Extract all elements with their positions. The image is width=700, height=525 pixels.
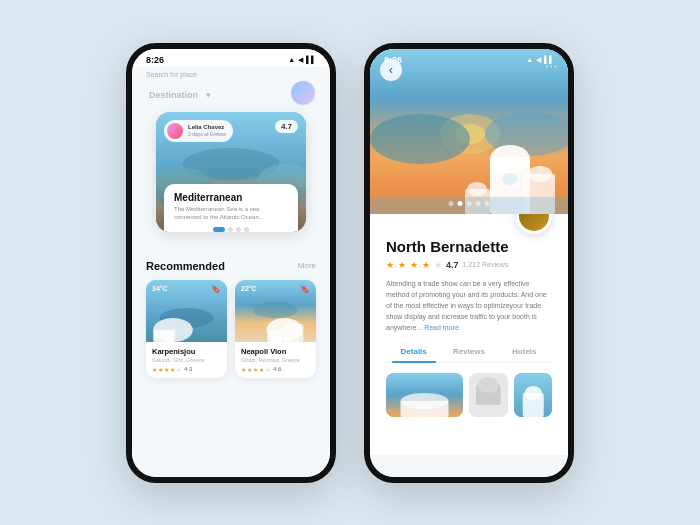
info-card: Mediterranean The Mediterranean Sea is a… [164,184,298,232]
hero-indicator-dots [174,227,288,232]
tab-reviews[interactable]: Reviews [441,341,496,362]
recommended-cards: 34°C 🔖 Karpenisjou Salocdi, Ghz, Greece … [146,280,316,378]
rec-image-1: 34°C 🔖 [146,280,227,342]
h-dot-3 [467,201,472,206]
rec-loc-1: Salocdi, Ghz, Greece [152,357,221,363]
svg-point-36 [478,377,499,393]
read-more-link[interactable]: Read more [424,324,459,331]
big-star-1: ★ [386,260,394,270]
star-4b: ★ [259,366,264,373]
hero2-image: ‹ ··· [370,49,568,214]
place-description: Attending a trade show can be a very eff… [386,278,552,334]
star-2b: ★ [247,366,252,373]
signal-icon: ▲ [288,56,295,63]
rec-info-2: Neapoli Vion Ghazi, Pentosa, Greece ★ ★ … [235,342,316,378]
rec-name-2: Neapoli Vion [241,347,310,356]
svg-rect-26 [525,174,555,214]
hero-user-info: Lelia Chavez 3 days at Greece [188,124,226,137]
hero2-indicator-dots [449,201,490,206]
tab-hotels[interactable]: Hotels [497,341,552,362]
h-dot-2 [458,201,463,206]
recommended-section: Recommended More [132,232,330,384]
search-label: Search for place [132,67,330,78]
rec-image-2: 22°C 🔖 [235,280,316,342]
battery-icon: ▌▌ [306,56,316,63]
destination-title-group: Destination ▾ [146,83,211,103]
svg-rect-33 [400,401,448,417]
detail-avatar [516,214,552,234]
info-card-title: Mediterranean [174,192,288,203]
destination-row: Destination ▾ [132,78,330,112]
svg-point-27 [528,166,552,182]
rec-name-1: Karpenisjou [152,347,221,356]
status-bar-2: 8:26 ▲ ◀ ▌▌ [370,49,568,67]
svg-point-25 [502,173,518,185]
status-icons-2: ▲ ◀ ▌▌ [526,56,554,64]
more-link[interactable]: More [298,261,316,270]
bookmark-icon-1[interactable]: 🔖 [211,285,221,294]
big-star-2: ★ [398,260,406,270]
rec-loc-2: Ghazi, Pentosa, Greece [241,357,310,363]
detail-section: North Bernadette ★ ★ ★ ★ ★ 4.7 1,212 Rev… [370,214,568,455]
signal-icon-2: ▲ [526,56,533,63]
status-bar-1: 8:26 ▲ ◀ ▌▌ [132,49,330,67]
bookmark-icon-2[interactable]: 🔖 [300,285,310,294]
section-header: Recommended More [146,260,316,272]
thumbnail-3[interactable] [514,373,553,417]
svg-point-1 [183,148,280,180]
rec-info-1: Karpenisjou Salocdi, Ghz, Greece ★ ★ ★ ★… [146,342,227,378]
star-1b: ★ [241,366,246,373]
rec-temp-2: 22°C [241,285,257,292]
thumb2-svg [469,373,508,417]
thumb3-svg [514,373,553,417]
rec-rating-1: 4.3 [184,366,192,372]
thumb-row [386,373,552,417]
hero-rating-badge: 4.7 [275,120,298,133]
thumbnail-1[interactable] [386,373,463,417]
rec-stars-2: ★ ★ ★ ★ ★ 4.6 [241,366,310,373]
thumb1-svg [386,373,463,417]
phone-1: 8:26 ▲ ◀ ▌▌ Search for place Destination… [126,43,336,483]
star-5: ★ [176,366,181,373]
rec-temp-1: 34°C [152,285,168,292]
svg-rect-16 [267,330,281,342]
svg-rect-12 [153,330,175,342]
dot-2 [228,227,233,232]
svg-point-14 [253,302,298,318]
hero-card-container: Lelia Chavez 3 days at Greece 4.7 Medite… [144,112,318,232]
dot-3 [236,227,241,232]
svg-point-29 [467,182,487,196]
rec-stars-1: ★ ★ ★ ★ ★ 4.3 [152,366,221,373]
wifi-icon-2: ◀ [536,56,541,64]
dot-1 [213,227,225,232]
hero-card[interactable]: Lelia Chavez 3 days at Greece 4.7 Medite… [156,112,306,232]
svg-point-21 [370,114,470,164]
phone2-content: ‹ ··· North Bernadette [370,49,568,455]
dot-4 [244,227,249,232]
tab-details[interactable]: Details [386,341,441,362]
destination-title: Destination ▾ [146,83,211,102]
status-icons-1: ▲ ◀ ▌▌ [288,56,316,64]
phone-2: 8:26 ▲ ◀ ▌▌ [364,43,574,483]
tabs-row: Details Reviews Hotels [386,341,552,363]
rec-card-2[interactable]: 22°C 🔖 Neapoli Vion Ghazi, Pentosa, Gree… [235,280,316,378]
star-1: ★ [152,366,157,373]
place-title: North Bernadette [386,238,552,255]
info-card-desc: The Mediterranean Sea is a sea connected… [174,205,288,222]
rating-row: ★ ★ ★ ★ ★ 4.7 1,212 Reviews [386,260,552,270]
rec-card-1[interactable]: 34°C 🔖 Karpenisjou Salocdi, Ghz, Greece … [146,280,227,378]
battery-icon-2: ▌▌ [544,56,554,63]
h-dot-5 [485,201,490,206]
rating-number: 4.7 [446,260,459,270]
wifi-icon: ◀ [298,56,303,64]
svg-point-39 [524,386,542,400]
rec-rating-2: 4.6 [273,366,281,372]
h-dot-4 [476,201,481,206]
star-5b: ★ [265,366,270,373]
time-1: 8:26 [146,55,164,65]
recommended-title: Recommended [146,260,225,272]
thumbnail-2[interactable] [469,373,508,417]
user-avatar-1[interactable] [290,80,316,106]
star-4: ★ [170,366,175,373]
svg-rect-17 [284,324,304,342]
